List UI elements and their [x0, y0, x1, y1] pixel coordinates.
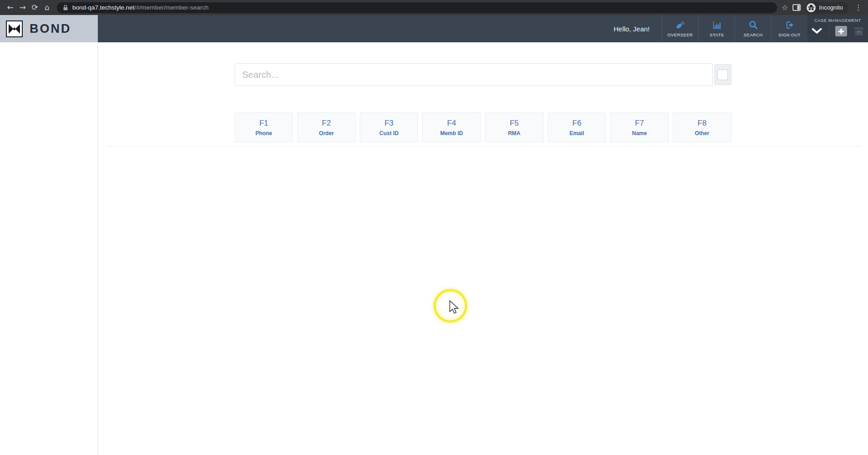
stats-chart-icon	[712, 20, 722, 30]
side-panel-icon[interactable]	[792, 4, 801, 11]
hotkey-key: F1	[259, 119, 268, 128]
hotkey-key: F2	[322, 119, 331, 128]
bond-bowtie-logo-icon	[6, 20, 23, 37]
reload-icon[interactable]: ⟳	[29, 0, 41, 15]
hotkey-memb-id-button[interactable]: F4 Memb ID	[422, 112, 481, 142]
home-icon[interactable]: ⌂	[41, 0, 53, 15]
chevron-down-icon[interactable]	[811, 28, 823, 35]
hotkey-name-button[interactable]: F7 Name	[610, 112, 669, 142]
url-text: bond-qa7.techstyle.net/#/member/member-s…	[72, 4, 208, 11]
hotkey-key: F6	[572, 119, 581, 128]
hotkeys-row: F1 Phone F2 Order F3 Cust ID F4 Memb ID …	[235, 112, 732, 142]
nav-item-label: OVERSEER	[667, 32, 693, 37]
nav-item-label: STATS	[710, 32, 724, 37]
brand[interactable]: BOND	[0, 15, 98, 42]
search-icon	[748, 20, 758, 30]
case-management-controls	[810, 26, 866, 36]
mouse-cursor	[449, 300, 459, 316]
hotkey-key: F4	[447, 119, 456, 128]
divider	[829, 26, 829, 36]
overseer-dish-icon	[675, 20, 685, 30]
screen: ← → ⟳ ⌂ bond-qa7.techstyle.net/#/member/…	[0, 0, 868, 455]
address-bar[interactable]: bond-qa7.techstyle.net/#/member/member-s…	[57, 2, 777, 13]
back-icon[interactable]: ←	[4, 0, 16, 15]
hotkey-label: Phone	[255, 130, 272, 136]
search-options-button[interactable]	[714, 64, 732, 85]
user-greeting: Hello, Jean!	[614, 25, 650, 33]
incognito-label: Incognito	[819, 4, 843, 11]
hotkey-label: Order	[319, 130, 334, 136]
hotkey-phone-button[interactable]: F1 Phone	[235, 112, 293, 142]
hotkey-label: Other	[695, 130, 709, 136]
app-navbar: BOND Hello, Jean! OVERSEER	[0, 15, 868, 42]
sign-out-icon	[785, 20, 795, 30]
incognito-avatar-icon	[807, 3, 816, 12]
hotkey-label: Name	[632, 130, 647, 136]
hotkey-key: F8	[697, 119, 707, 128]
bookmark-star-icon[interactable]: ☆	[782, 3, 788, 12]
hotkey-email-button[interactable]: F6 Email	[548, 112, 606, 142]
hotkey-label: Memb ID	[440, 130, 463, 136]
nav-item-search[interactable]: SEARCH	[735, 15, 771, 42]
archive-box-icon[interactable]	[853, 27, 864, 36]
browser-menu-icon[interactable]: ⋮	[853, 3, 864, 12]
hotkey-order-button[interactable]: F2 Order	[297, 112, 356, 142]
lock-icon	[63, 5, 68, 11]
url-domain: bond-qa7.techstyle.net	[72, 4, 135, 11]
incognito-badge[interactable]: Incognito	[805, 2, 848, 14]
hotkey-rma-button[interactable]: F5 RMA	[485, 112, 544, 142]
navbar-right: Hello, Jean! OVERSEER	[614, 15, 868, 42]
nav-item-sign-out[interactable]: SIGN OUT	[771, 15, 807, 42]
hotkey-label: RMA	[508, 130, 520, 136]
browser-toolbar-right: ☆ Incognito	[782, 2, 864, 14]
hotkey-key: F5	[510, 119, 519, 128]
nav-item-label: SEARCH	[744, 32, 763, 37]
left-sidebar	[0, 42, 98, 455]
hotkey-other-button[interactable]: F8 Other	[673, 112, 732, 142]
nav-item-overseer[interactable]: OVERSEER	[661, 15, 698, 42]
hotkey-label: Cust ID	[379, 130, 399, 136]
nav-item-label: SIGN OUT	[778, 32, 801, 37]
browser-toolbar: ← → ⟳ ⌂ bond-qa7.techstyle.net/#/member/…	[0, 0, 868, 15]
brand-name: BOND	[30, 22, 71, 36]
case-management-panel: CASE MANAGEMENT	[807, 15, 868, 42]
search-input[interactable]	[235, 63, 713, 86]
hotkey-cust-id-button[interactable]: F3 Cust ID	[360, 112, 419, 142]
nav-item-stats[interactable]: STATS	[698, 15, 735, 42]
forward-icon[interactable]: →	[16, 0, 29, 15]
divider	[107, 146, 861, 147]
hotkey-key: F3	[384, 119, 394, 128]
main-content: F1 Phone F2 Order F3 Cust ID F4 Memb ID …	[98, 42, 868, 455]
search-row	[235, 63, 732, 86]
case-management-title: CASE MANAGEMENT	[814, 18, 861, 23]
url-path: /#/member/member-search	[135, 4, 209, 11]
hotkey-key: F7	[635, 119, 644, 128]
add-case-button[interactable]	[835, 26, 847, 36]
checkbox-square-icon	[717, 70, 728, 80]
page-body: F1 Phone F2 Order F3 Cust ID F4 Memb ID …	[0, 42, 868, 455]
hotkey-label: Email	[570, 130, 584, 136]
